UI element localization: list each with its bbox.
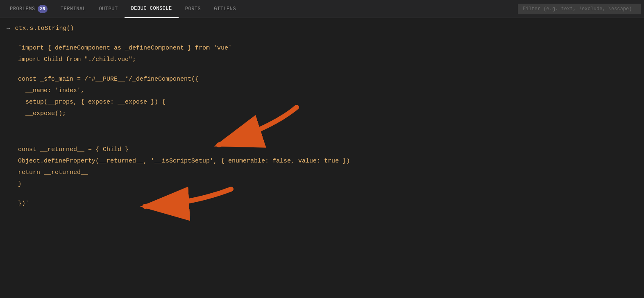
code-line-4: __name: 'index', <box>18 85 644 97</box>
tab-ports[interactable]: PORTS <box>179 0 208 18</box>
code-line-6: __expose(); <box>18 108 644 120</box>
code-line-9: return __returned__ <box>18 167 644 178</box>
prompt-arrow-icon: → <box>7 23 10 34</box>
code-line-5: setup(__props, { expose: __expose }) { <box>18 97 644 108</box>
console-input-text: ctx.s.toString() <box>15 23 74 34</box>
code-line-10: } <box>18 178 644 190</box>
code-line-7: const __returned__ = { Child } <box>18 144 644 156</box>
code-line-11: })` <box>18 198 644 210</box>
tab-output-label: OUTPUT <box>99 6 118 12</box>
code-line-1: `import { defineComponent as _defineComp… <box>18 43 644 54</box>
tab-gitlens-label: GITLENS <box>214 6 236 12</box>
tab-terminal[interactable]: TERMINAL <box>54 0 93 18</box>
tab-problems-badge: 25 <box>38 5 48 13</box>
filter-input[interactable] <box>518 4 641 14</box>
tab-debug-console[interactable]: DEBUG CONSOLE <box>125 0 179 18</box>
tab-gitlens[interactable]: GITLENS <box>207 0 243 18</box>
code-line-8: Object.defineProperty(__returned__, '__i… <box>18 156 644 167</box>
console-input-line: → ctx.s.toString() <box>7 23 644 34</box>
tab-problems[interactable]: PROBLEMS 25 <box>3 0 54 18</box>
code-output-block: `import { defineComponent as _defineComp… <box>7 43 644 210</box>
tab-output[interactable]: OUTPUT <box>92 0 124 18</box>
tab-ports-label: PORTS <box>185 6 201 12</box>
code-line-3: const _sfc_main = /*#__PURE__*/_defineCo… <box>18 74 644 85</box>
tab-debug-console-label: DEBUG CONSOLE <box>131 6 172 11</box>
tab-problems-label: PROBLEMS <box>10 6 35 12</box>
tab-terminal-label: TERMINAL <box>61 6 86 12</box>
code-line-2: import Child from "./child.vue"; <box>18 54 644 65</box>
console-body: → ctx.s.toString() `import { defineCompo… <box>0 18 644 298</box>
tab-bar: PROBLEMS 25 TERMINAL OUTPUT DEBUG CONSOL… <box>0 0 644 18</box>
